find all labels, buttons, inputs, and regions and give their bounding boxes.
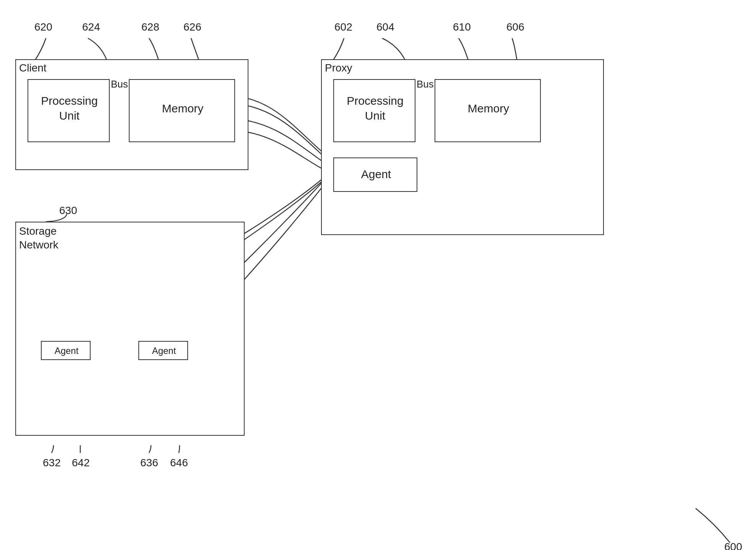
proxy-processing-unit-box: ProcessingUnit xyxy=(333,79,415,142)
storage2-agent-label: Agent xyxy=(139,345,189,357)
label-620: 620 xyxy=(34,21,52,33)
label-642: 642 xyxy=(72,457,90,469)
client-memory-box: Memory xyxy=(129,79,235,142)
label-646: 646 xyxy=(170,457,188,469)
label-626: 626 xyxy=(183,21,201,33)
label-610: 610 xyxy=(453,21,471,33)
label-624: 624 xyxy=(82,21,100,33)
client-bus-label: Bus xyxy=(111,78,128,90)
proxy-title: Proxy xyxy=(325,62,352,74)
proxy-processing-unit-label: ProcessingUnit xyxy=(334,93,416,123)
label-632: 632 xyxy=(43,457,61,469)
label-600: 600 xyxy=(724,541,742,550)
client-memory-label: Memory xyxy=(130,101,236,116)
client-processing-unit-box: ProcessingUnit xyxy=(28,79,110,142)
proxy-memory-box: Memory xyxy=(435,79,541,142)
label-628: 628 xyxy=(141,21,159,33)
storage-network-box: StorageNetwork Agent Agent xyxy=(15,222,245,436)
client-processing-unit-label: ProcessingUnit xyxy=(28,93,110,123)
label-602: 602 xyxy=(334,21,352,33)
storage2-agent-box: Agent xyxy=(138,341,188,360)
storage1-agent-label: Agent xyxy=(42,345,91,357)
proxy-memory-label: Memory xyxy=(435,101,542,116)
label-630: 630 xyxy=(59,204,77,217)
storage1-agent-box: Agent xyxy=(41,341,91,360)
proxy-agent-box: Agent xyxy=(333,157,417,192)
proxy-box: Proxy ProcessingUnit Bus Memory Agent xyxy=(321,59,604,235)
client-title: Client xyxy=(19,62,47,74)
storage-network-title: StorageNetwork xyxy=(19,224,58,252)
proxy-bus-label: Bus xyxy=(417,78,434,90)
label-636: 636 xyxy=(140,457,158,469)
label-604: 604 xyxy=(376,21,394,33)
label-606: 606 xyxy=(506,21,524,33)
client-box: Client ProcessingUnit Bus Memory xyxy=(15,59,248,170)
proxy-agent-label: Agent xyxy=(334,167,418,182)
